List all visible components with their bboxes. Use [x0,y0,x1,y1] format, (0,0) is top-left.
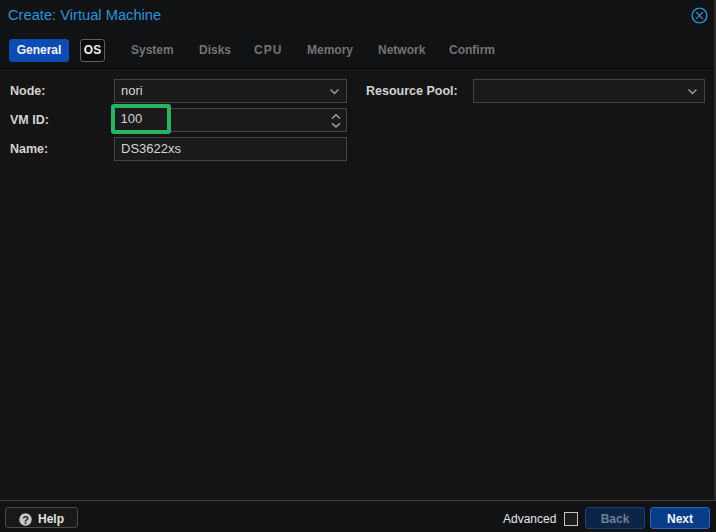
svg-text:?: ? [22,514,29,526]
